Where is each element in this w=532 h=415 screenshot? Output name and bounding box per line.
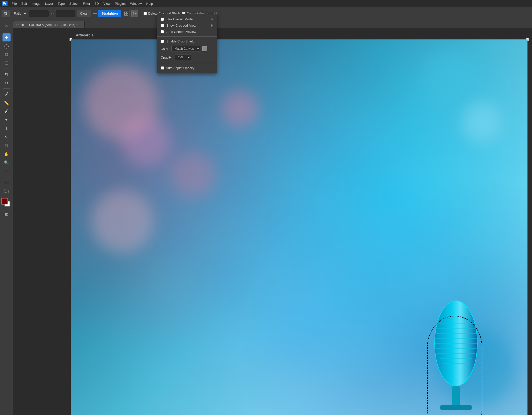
color-row: Color: Match Canvas <box>157 44 217 53</box>
tool-artboard[interactable] <box>3 178 11 186</box>
tool-home[interactable]: ⌂ <box>3 22 11 30</box>
foreground-color[interactable] <box>2 198 8 204</box>
menu-type[interactable]: Type <box>56 1 67 6</box>
artboard-label: Artboard 1 <box>76 33 94 37</box>
straighten-icon <box>93 11 97 16</box>
enable-crop-shield-item[interactable]: Enable Crop Shield <box>157 38 217 44</box>
auto-adjust-opacity-item[interactable]: Auto Adjust Opacity <box>157 65 217 71</box>
menu-select[interactable]: Select <box>67 1 80 6</box>
height-input[interactable] <box>55 10 75 17</box>
delete-cropped-checkbox[interactable] <box>144 12 147 15</box>
menu-window[interactable]: Window <box>128 1 144 6</box>
svg-rect-7 <box>5 181 8 184</box>
tool-artboard2[interactable] <box>3 187 11 195</box>
tab-close-button[interactable]: × <box>80 23 81 26</box>
bokeh-5 <box>422 52 477 107</box>
bokeh-2 <box>121 115 171 165</box>
bokeh-6 <box>462 102 502 142</box>
width-input[interactable] <box>29 10 49 17</box>
auto-center-preview-checkbox[interactable] <box>161 30 164 33</box>
svg-rect-0 <box>93 13 97 14</box>
menu-view[interactable]: View <box>101 1 112 6</box>
tool-ruler[interactable]: 📏 <box>3 99 11 107</box>
menu-file[interactable]: File <box>10 1 19 6</box>
svg-rect-3 <box>124 14 126 15</box>
toolbar: Ratio ⇄ Clear Straighten Delete <box>0 7 532 20</box>
tool-pen[interactable]: ✒ <box>3 116 11 124</box>
dropdown-separator-2 <box>157 63 217 63</box>
show-cropped-area-shortcut: H <box>211 24 213 27</box>
use-classic-mode-checkbox[interactable] <box>161 18 164 21</box>
color-label: Color: <box>161 47 169 51</box>
clear-button[interactable]: Clear <box>77 10 91 17</box>
menu-help[interactable]: Help <box>144 1 155 6</box>
tool-quick-select[interactable] <box>3 59 11 67</box>
tab-bar: Untitled-1 @ 100% (Artboard 1, RGB/8#) *… <box>13 20 85 28</box>
tool-lasso[interactable] <box>3 50 11 59</box>
tool-ellipse-select[interactable]: ◯ <box>3 42 11 50</box>
tool-perspective-crop[interactable]: ✂ <box>3 79 11 87</box>
document-tab[interactable]: Untitled-1 @ 100% (Artboard 1, RGB/8#) *… <box>13 21 85 28</box>
straighten-button[interactable]: Straighten <box>98 10 121 17</box>
tool-move[interactable]: ✥ <box>3 33 11 41</box>
enable-crop-shield-checkbox[interactable] <box>161 40 164 43</box>
menu-bar: Ps File Edit Image Layer Type Select Fil… <box>0 0 532 7</box>
svg-point-5 <box>134 13 136 14</box>
svg-rect-1 <box>124 12 126 13</box>
use-classic-mode-shortcut: P <box>211 18 213 21</box>
mic-selection-outline <box>427 316 482 415</box>
use-classic-mode-label: Use Classic Mode <box>166 17 193 21</box>
opacity-row: Opacity: 75% <box>157 53 217 62</box>
show-cropped-area-label: Show Cropped Area <box>166 24 195 27</box>
color-swatch[interactable] <box>202 46 207 51</box>
menu-image[interactable]: Image <box>29 1 42 6</box>
swap-icon[interactable]: ⇄ <box>50 11 54 16</box>
bokeh-3 <box>91 190 154 253</box>
canvas-area: Artboard 1 <box>13 28 532 415</box>
tool-crop[interactable] <box>3 70 11 78</box>
auto-adjust-opacity-checkbox[interactable] <box>161 66 164 70</box>
tools-separator-1 <box>3 69 10 69</box>
use-classic-mode-item[interactable]: Use Classic Mode P <box>157 16 217 22</box>
show-cropped-area-checkbox[interactable] <box>161 24 164 27</box>
grid-icon[interactable] <box>123 10 130 17</box>
tool-hand[interactable]: ✋ <box>3 150 11 158</box>
color-select[interactable]: Match Canvas <box>171 46 200 52</box>
auto-adjust-opacity-label: Auto Adjust Opacity <box>166 66 194 70</box>
crop-tool-icon[interactable] <box>2 10 10 17</box>
menu-plugins[interactable]: Plugins <box>113 1 128 6</box>
tab-title: Untitled-1 @ 100% (Artboard 1, RGB/8#) * <box>16 23 78 27</box>
auto-center-preview-item[interactable]: Auto Center Preview <box>157 29 217 35</box>
bokeh-8 <box>221 90 259 127</box>
tool-zoom[interactable]: 🔍 <box>3 159 11 167</box>
opacity-select[interactable]: 75% <box>175 54 191 60</box>
menu-3d[interactable]: 3D <box>93 1 101 6</box>
artboard <box>71 39 527 415</box>
enable-crop-shield-label: Enable Crop Shield <box>166 39 194 43</box>
svg-rect-8 <box>5 189 8 193</box>
toolbar-separator-1 <box>141 10 141 17</box>
menu-edit[interactable]: Edit <box>19 1 29 6</box>
menu-filter[interactable]: Filter <box>81 1 92 6</box>
tool-type[interactable]: T <box>3 124 11 132</box>
bokeh-4 <box>171 152 216 198</box>
ratio-select[interactable]: Ratio <box>11 10 27 17</box>
tool-shape[interactable]: ◻ <box>3 141 11 149</box>
tool-path-select[interactable]: ↖ <box>3 133 11 141</box>
tools-separator-2 <box>3 88 10 89</box>
tool-brush[interactable]: 🖌 <box>3 107 11 115</box>
tool-3d[interactable]: 3D <box>3 211 10 218</box>
canvas-photo <box>71 39 527 415</box>
color-swatches[interactable] <box>2 198 12 208</box>
menu-layer[interactable]: Layer <box>43 1 55 6</box>
tool-eyedropper[interactable]: 🖋 <box>3 90 11 98</box>
settings-gear-icon[interactable] <box>131 10 138 17</box>
dropdown-separator-1 <box>157 36 217 37</box>
left-panel: ⌂ ✥ ◯ ✂ 🖋 📏 🖌 ✒ T ↖ ◻ ✋ 🔍 ··· 3D <box>0 20 13 415</box>
extra-tools: 3D <box>2 210 12 220</box>
ps-logo: Ps <box>2 1 8 6</box>
show-cropped-area-item[interactable]: Show Cropped Area H <box>157 22 217 29</box>
svg-rect-4 <box>126 14 128 15</box>
tool-more[interactable]: ··· <box>3 167 11 175</box>
tools-separator-3 <box>3 177 10 177</box>
